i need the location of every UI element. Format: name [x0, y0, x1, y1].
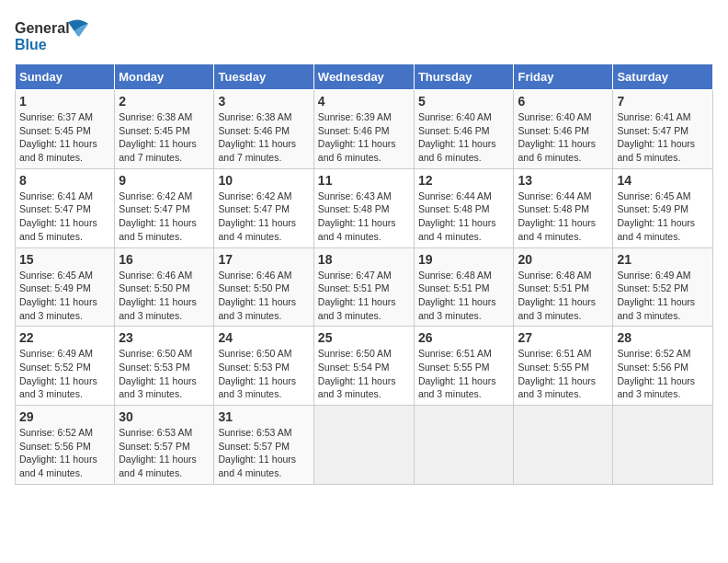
- calendar-week-4: 22Sunrise: 6:49 AMSunset: 5:52 PMDayligh…: [16, 327, 713, 406]
- day-info: Sunrise: 6:52 AMSunset: 5:56 PMDaylight:…: [617, 347, 709, 401]
- calendar-cell: [414, 406, 514, 485]
- calendar-cell: 21Sunrise: 6:49 AMSunset: 5:52 PMDayligh…: [613, 247, 713, 327]
- day-number: 14: [617, 173, 709, 188]
- day-number: 9: [119, 173, 210, 188]
- day-info: Sunrise: 6:38 AMSunset: 5:46 PMDaylight:…: [218, 110, 309, 165]
- calendar-cell: 3Sunrise: 6:38 AMSunset: 5:46 PMDaylight…: [214, 90, 313, 169]
- calendar-cell: 26Sunrise: 6:51 AMSunset: 5:55 PMDayligh…: [414, 327, 514, 406]
- calendar-cell: 14Sunrise: 6:45 AMSunset: 5:49 PMDayligh…: [613, 168, 713, 247]
- day-number: 2: [119, 94, 210, 109]
- calendar-cell: 22Sunrise: 6:49 AMSunset: 5:52 PMDayligh…: [16, 327, 115, 406]
- day-number: 7: [617, 94, 709, 109]
- calendar-cell: 16Sunrise: 6:46 AMSunset: 5:50 PMDayligh…: [115, 247, 214, 327]
- calendar-cell: 6Sunrise: 6:40 AMSunset: 5:46 PMDaylight…: [514, 90, 613, 169]
- day-info: Sunrise: 6:53 AMSunset: 5:57 PMDaylight:…: [119, 426, 210, 480]
- day-number: 20: [518, 252, 609, 267]
- calendar-cell: 19Sunrise: 6:48 AMSunset: 5:51 PMDayligh…: [414, 247, 514, 327]
- day-number: 21: [617, 252, 709, 267]
- day-number: 31: [218, 409, 309, 424]
- calendar-week-2: 8Sunrise: 6:41 AMSunset: 5:47 PMDaylight…: [16, 168, 713, 247]
- day-info: Sunrise: 6:40 AMSunset: 5:46 PMDaylight:…: [418, 110, 510, 165]
- page-header: General Blue: [15, 15, 713, 56]
- calendar-cell: 28Sunrise: 6:52 AMSunset: 5:56 PMDayligh…: [613, 327, 713, 406]
- day-info: Sunrise: 6:42 AMSunset: 5:47 PMDaylight:…: [218, 190, 309, 244]
- day-info: Sunrise: 6:45 AMSunset: 5:49 PMDaylight:…: [19, 269, 110, 323]
- day-info: Sunrise: 6:51 AMSunset: 5:55 PMDaylight:…: [518, 347, 609, 401]
- day-info: Sunrise: 6:51 AMSunset: 5:55 PMDaylight:…: [418, 347, 510, 401]
- day-number: 5: [418, 94, 510, 109]
- calendar-table: SundayMondayTuesdayWednesdayThursdayFrid…: [15, 63, 713, 485]
- day-number: 30: [119, 409, 210, 424]
- day-info: Sunrise: 6:44 AMSunset: 5:48 PMDaylight:…: [518, 190, 609, 244]
- calendar-cell: 24Sunrise: 6:50 AMSunset: 5:53 PMDayligh…: [214, 327, 313, 406]
- day-number: 23: [119, 330, 210, 345]
- calendar-cell: 4Sunrise: 6:39 AMSunset: 5:46 PMDaylight…: [313, 90, 414, 169]
- day-info: Sunrise: 6:49 AMSunset: 5:52 PMDaylight:…: [617, 269, 709, 323]
- day-number: 28: [617, 330, 709, 345]
- calendar-cell: 23Sunrise: 6:50 AMSunset: 5:53 PMDayligh…: [115, 327, 214, 406]
- day-info: Sunrise: 6:52 AMSunset: 5:56 PMDaylight:…: [19, 426, 110, 480]
- day-number: 8: [19, 173, 110, 188]
- calendar-cell: [313, 406, 414, 485]
- day-info: Sunrise: 6:43 AMSunset: 5:48 PMDaylight:…: [318, 190, 410, 244]
- calendar-cell: 8Sunrise: 6:41 AMSunset: 5:47 PMDaylight…: [16, 168, 115, 247]
- day-info: Sunrise: 6:44 AMSunset: 5:48 PMDaylight:…: [418, 190, 510, 244]
- day-number: 15: [19, 252, 110, 267]
- calendar-cell: 17Sunrise: 6:46 AMSunset: 5:50 PMDayligh…: [214, 247, 313, 327]
- day-info: Sunrise: 6:40 AMSunset: 5:46 PMDaylight:…: [518, 110, 609, 165]
- day-number: 19: [418, 252, 510, 267]
- calendar-cell: 1Sunrise: 6:37 AMSunset: 5:45 PMDaylight…: [16, 90, 115, 169]
- day-number: 27: [518, 330, 609, 345]
- day-number: 3: [218, 94, 309, 109]
- day-info: Sunrise: 6:41 AMSunset: 5:47 PMDaylight:…: [19, 190, 110, 244]
- day-info: Sunrise: 6:41 AMSunset: 5:47 PMDaylight:…: [617, 110, 709, 165]
- calendar-cell: 29Sunrise: 6:52 AMSunset: 5:56 PMDayligh…: [16, 406, 115, 485]
- calendar-cell: 2Sunrise: 6:38 AMSunset: 5:45 PMDaylight…: [115, 90, 214, 169]
- calendar-cell: 15Sunrise: 6:45 AMSunset: 5:49 PMDayligh…: [16, 247, 115, 327]
- col-header-saturday: Saturday: [613, 64, 713, 90]
- logo-svg: General Blue: [15, 15, 97, 56]
- day-info: Sunrise: 6:50 AMSunset: 5:54 PMDaylight:…: [318, 347, 410, 401]
- day-info: Sunrise: 6:48 AMSunset: 5:51 PMDaylight:…: [518, 269, 609, 323]
- day-info: Sunrise: 6:46 AMSunset: 5:50 PMDaylight:…: [218, 269, 309, 323]
- day-info: Sunrise: 6:50 AMSunset: 5:53 PMDaylight:…: [119, 347, 210, 401]
- day-number: 29: [19, 409, 110, 424]
- day-number: 16: [119, 252, 210, 267]
- calendar-week-1: 1Sunrise: 6:37 AMSunset: 5:45 PMDaylight…: [16, 90, 713, 169]
- day-info: Sunrise: 6:39 AMSunset: 5:46 PMDaylight:…: [318, 110, 410, 165]
- day-number: 12: [418, 173, 510, 188]
- day-number: 26: [418, 330, 510, 345]
- col-header-tuesday: Tuesday: [214, 64, 313, 90]
- calendar-cell: [514, 406, 613, 485]
- col-header-thursday: Thursday: [414, 64, 514, 90]
- calendar-cell: 13Sunrise: 6:44 AMSunset: 5:48 PMDayligh…: [514, 168, 613, 247]
- day-number: 1: [19, 94, 110, 109]
- col-header-sunday: Sunday: [16, 64, 115, 90]
- day-number: 11: [318, 173, 410, 188]
- day-number: 25: [318, 330, 410, 345]
- calendar-cell: 12Sunrise: 6:44 AMSunset: 5:48 PMDayligh…: [414, 168, 514, 247]
- svg-text:Blue: Blue: [15, 37, 47, 52]
- svg-text:General: General: [15, 20, 70, 36]
- day-info: Sunrise: 6:50 AMSunset: 5:53 PMDaylight:…: [218, 347, 309, 401]
- calendar-cell: 7Sunrise: 6:41 AMSunset: 5:47 PMDaylight…: [613, 90, 713, 169]
- calendar-cell: 5Sunrise: 6:40 AMSunset: 5:46 PMDaylight…: [414, 90, 514, 169]
- calendar-cell: [613, 406, 713, 485]
- day-info: Sunrise: 6:45 AMSunset: 5:49 PMDaylight:…: [617, 190, 709, 244]
- day-number: 4: [318, 94, 410, 109]
- calendar-header-row: SundayMondayTuesdayWednesdayThursdayFrid…: [16, 64, 713, 90]
- calendar-cell: 20Sunrise: 6:48 AMSunset: 5:51 PMDayligh…: [514, 247, 613, 327]
- calendar-cell: 11Sunrise: 6:43 AMSunset: 5:48 PMDayligh…: [313, 168, 414, 247]
- col-header-friday: Friday: [514, 64, 613, 90]
- day-info: Sunrise: 6:42 AMSunset: 5:47 PMDaylight:…: [119, 190, 210, 244]
- day-info: Sunrise: 6:48 AMSunset: 5:51 PMDaylight:…: [418, 269, 510, 323]
- calendar-cell: 30Sunrise: 6:53 AMSunset: 5:57 PMDayligh…: [115, 406, 214, 485]
- day-info: Sunrise: 6:47 AMSunset: 5:51 PMDaylight:…: [318, 269, 410, 323]
- col-header-monday: Monday: [115, 64, 214, 90]
- day-number: 13: [518, 173, 609, 188]
- day-number: 6: [518, 94, 609, 109]
- calendar-week-3: 15Sunrise: 6:45 AMSunset: 5:49 PMDayligh…: [16, 247, 713, 327]
- calendar-cell: 18Sunrise: 6:47 AMSunset: 5:51 PMDayligh…: [313, 247, 414, 327]
- day-info: Sunrise: 6:38 AMSunset: 5:45 PMDaylight:…: [119, 110, 210, 165]
- day-info: Sunrise: 6:53 AMSunset: 5:57 PMDaylight:…: [218, 426, 309, 480]
